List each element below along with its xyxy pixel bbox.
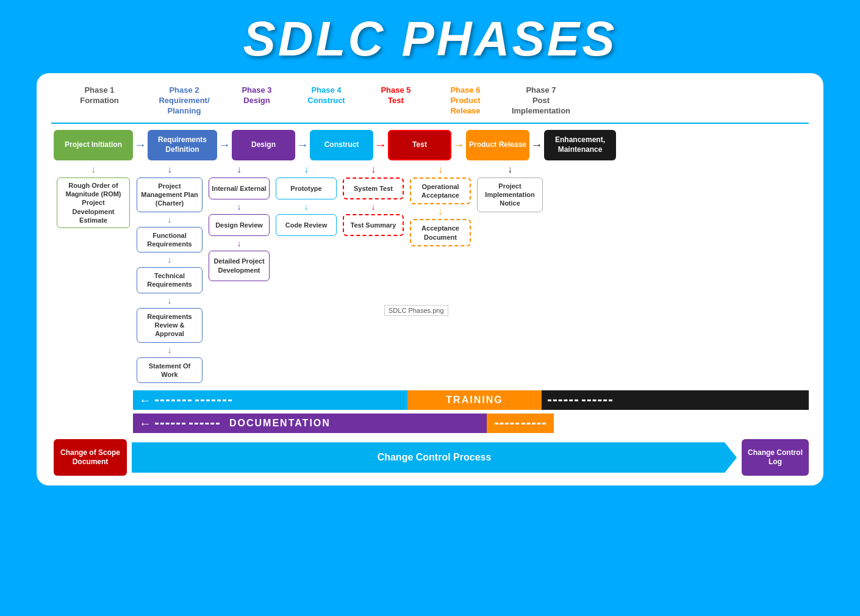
- phase-4-header: Phase 4 Construct: [293, 85, 360, 116]
- header: SDLC PHASES: [0, 0, 860, 73]
- phase-1-header: Phase 1 Formation: [54, 85, 145, 116]
- test-summary-box: Test Summary: [343, 214, 404, 236]
- design-review-box: Design Review: [209, 214, 270, 236]
- technical-req-box: Technical Requirements: [137, 267, 202, 293]
- requirements-definition-box: Requirements Definition: [148, 130, 217, 160]
- product-release-box: Product Release: [466, 130, 529, 160]
- training-bar: ← TRAINING: [51, 390, 809, 410]
- internal-external-box: Internal/ External: [209, 177, 270, 199]
- phase-3-header: Phase 3 Design: [223, 85, 290, 116]
- operational-acceptance-box: Operational Acceptance: [410, 177, 471, 205]
- construct-box: Construct: [310, 130, 373, 160]
- code-review-box: Code Review: [276, 214, 337, 236]
- rom-box: Rough Order of Magnitude (ROM) Project D…: [57, 177, 130, 228]
- main-title: SDLC PHASES: [0, 11, 860, 67]
- system-test-box: System Test: [343, 177, 404, 199]
- main-card: Phase 1 Formation Phase 2 Requirement/ P…: [37, 73, 823, 485]
- bottom-row: Change of Scope Document Change Control …: [51, 439, 809, 476]
- functional-req-box: Functional Requirements: [137, 227, 202, 253]
- phase-headers: Phase 1 Formation Phase 2 Requirement/ P…: [51, 85, 809, 116]
- detailed-project-box: Detailed Project Development: [209, 251, 270, 281]
- arrow-5: →: [451, 138, 466, 152]
- project-implementation-box: Project Implementation Notice: [477, 177, 543, 212]
- arrow-6: →: [529, 138, 544, 152]
- phase-5-header: Phase 5 Test: [362, 85, 429, 116]
- statement-of-work-box: Statement Of Work: [137, 357, 202, 384]
- arrow-1: →: [133, 138, 148, 152]
- project-initiation-box: Project Initiation: [54, 130, 133, 160]
- prototype-box: Prototype: [276, 177, 337, 199]
- enhancement-box: Enhancement, Maintenance: [544, 130, 616, 160]
- arrow-3: →: [295, 138, 310, 152]
- test-box: Test: [388, 130, 451, 160]
- change-control-process: Change Control Process: [132, 442, 737, 473]
- project-mgmt-box: Project Management Plan (Charter): [137, 177, 202, 212]
- divider: [51, 123, 809, 124]
- acceptance-document-box: Acceptance Document: [410, 219, 471, 246]
- watermark: SDLC Phases.png: [384, 305, 448, 316]
- change-control-log: Change Control Log: [742, 439, 809, 476]
- arrow-2: →: [217, 138, 232, 152]
- documentation-bar: ← DOCUMENTATION: [51, 414, 809, 433]
- phase-6-header: Phase 6 Product Release: [432, 85, 499, 116]
- design-box: Design: [232, 130, 295, 160]
- phase-7-header: Phase 7 Post Implementation: [501, 85, 581, 116]
- change-of-scope-box: Change of Scope Document: [54, 439, 127, 476]
- arrow-4: →: [373, 138, 388, 152]
- phase-2-header: Phase 2 Requirement/ Planning: [148, 85, 221, 116]
- req-review-box: Requirements Review & Approval: [137, 308, 202, 343]
